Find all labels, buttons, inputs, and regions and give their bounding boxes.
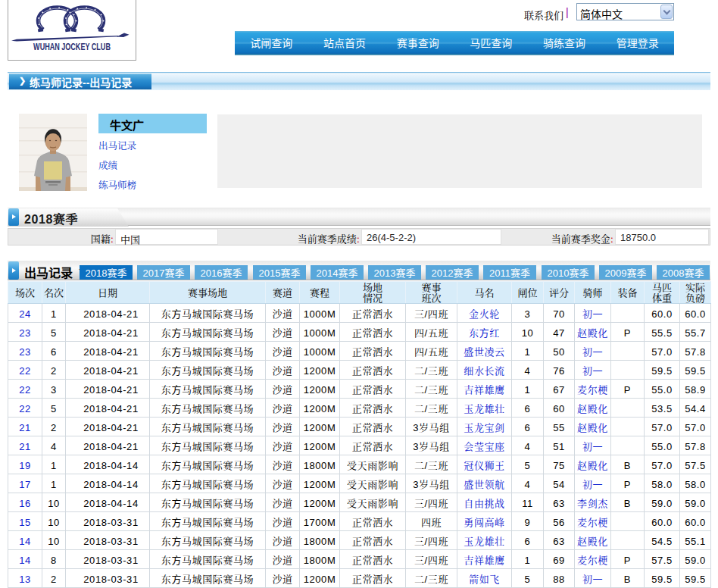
svg-text:WUHAN JOCKEY CLUB: WUHAN JOCKEY CLUB — [33, 42, 111, 52]
